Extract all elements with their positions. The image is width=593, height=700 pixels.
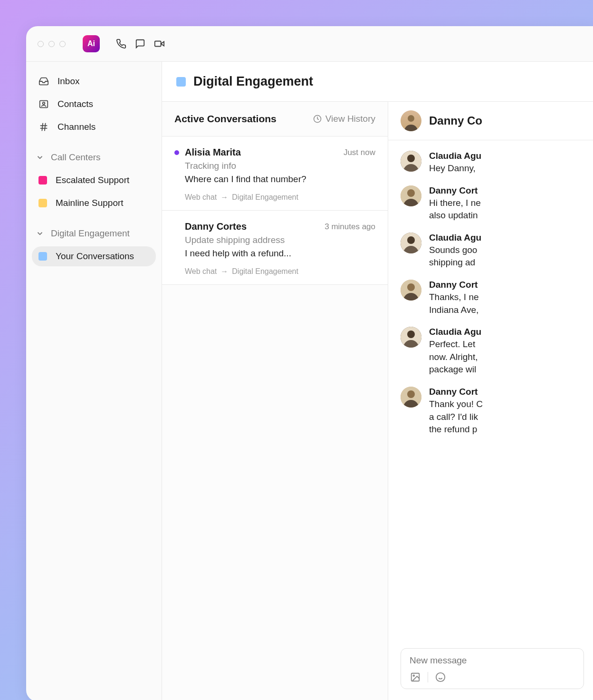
msg-text: Thank you! C [429, 398, 584, 411]
nav-label: Channels [57, 122, 96, 132]
msg-text: also updatin [429, 209, 584, 222]
svg-marker-1 [161, 41, 164, 46]
square-icon [176, 77, 186, 87]
sidebar-item-your-conversations[interactable]: Your Conversations [32, 246, 156, 266]
msg-author: Claudia Agu [429, 233, 584, 243]
titlebar: Ai [26, 26, 593, 62]
msg-text: Sounds goo [429, 244, 584, 257]
svg-point-11 [407, 155, 415, 162]
msg-author: Danny Cort [429, 185, 584, 196]
message-composer[interactable] [401, 648, 584, 689]
convo-preview: Where can I find that number? [185, 174, 375, 185]
square-icon [38, 199, 47, 207]
section-title: Call Centers [51, 152, 101, 163]
nav-channels[interactable]: Channels [32, 117, 156, 137]
section-call-centers[interactable]: Call Centers [32, 147, 156, 167]
convo-path: Web chat → Digital Engagement [185, 267, 375, 276]
chat-icon[interactable] [134, 38, 146, 50]
sidebar-item-escalated[interactable]: Escalated Support [32, 170, 156, 190]
convo-time: 3 minutes ago [325, 222, 375, 232]
message: Claudia Agu Sounds goo shipping ad [401, 233, 584, 269]
svg-point-19 [407, 331, 415, 338]
avatar [401, 110, 421, 131]
image-icon[interactable] [410, 671, 421, 683]
square-icon [38, 252, 47, 261]
page-title: Digital Engagement [193, 74, 313, 89]
message: Danny Cort Thank you! C a call? I'd lik … [401, 387, 584, 436]
convos-header: Active Conversations View History [162, 102, 388, 136]
page-header: Digital Engagement [162, 62, 593, 102]
convo-subject: Tracking info [185, 161, 375, 171]
svg-point-13 [407, 189, 415, 197]
convo-name: Alisia Marita [185, 147, 338, 158]
nav-contacts[interactable]: Contacts [32, 94, 156, 114]
msg-text: now. Alright, [429, 351, 584, 364]
sidebar-item-label: Your Conversations [56, 251, 134, 262]
content: Digital Engagement Active Conversations … [162, 62, 593, 700]
section-title: Digital Engagement [51, 228, 130, 239]
message-input[interactable] [410, 655, 575, 666]
app-logo: Ai [83, 35, 100, 52]
svg-rect-0 [155, 41, 161, 47]
thread-header: Danny Co [388, 102, 593, 140]
msg-text: package wil [429, 363, 584, 376]
sidebar-item-label: Escalated Support [56, 175, 129, 185]
app-window: Ai Inbox Contacts [26, 26, 593, 700]
msg-text: Hey Danny, [429, 162, 584, 175]
thread-panel: Danny Co Claudia Agu Hey Danny, [388, 102, 593, 700]
unread-dot [174, 150, 179, 155]
window-controls [38, 41, 66, 47]
inbox-icon [38, 76, 49, 87]
contacts-icon [38, 99, 49, 109]
separator [428, 672, 428, 682]
avatar [401, 185, 421, 206]
main: Inbox Contacts Channels Call Centers [26, 62, 593, 700]
arrow-right-icon: → [220, 193, 228, 202]
svg-point-15 [407, 236, 415, 244]
avatar [401, 387, 421, 408]
svg-point-3 [43, 102, 45, 105]
section-digital-engagement[interactable]: Digital Engagement [32, 224, 156, 243]
columns: Active Conversations View History Alisia… [162, 102, 593, 700]
nav-inbox[interactable]: Inbox [32, 71, 156, 91]
avatar [401, 233, 421, 253]
nav-label: Contacts [57, 99, 93, 109]
convo-preview: I need help with a refund... [185, 248, 375, 259]
avatar [401, 151, 421, 172]
chevron-down-icon [36, 153, 44, 162]
chevron-down-icon [36, 229, 44, 238]
emoji-icon[interactable] [435, 671, 446, 683]
minimize-dot[interactable] [48, 41, 55, 47]
svg-point-23 [413, 675, 414, 676]
convo-name: Danny Cortes [185, 221, 319, 232]
msg-text: Perfect. Let [429, 338, 584, 351]
close-dot[interactable] [38, 41, 44, 47]
convo-time: Just now [344, 148, 375, 157]
convos-title: Active Conversations [174, 113, 277, 125]
avatar [401, 280, 421, 301]
history-label: View History [325, 114, 375, 124]
conversation-item[interactable]: Alisia Marita Just now Tracking info Whe… [162, 136, 388, 211]
msg-text: Thanks, I ne [429, 291, 584, 304]
message: Claudia Agu Perfect. Let now. Alright, p… [401, 327, 584, 376]
convo-path: Web chat → Digital Engagement [185, 193, 375, 202]
msg-author: Claudia Agu [429, 327, 584, 337]
conversation-item[interactable]: Danny Cortes 3 minutes ago Update shippi… [162, 211, 388, 285]
sidebar-item-mainline[interactable]: Mainline Support [32, 193, 156, 213]
conversations-panel: Active Conversations View History Alisia… [162, 102, 388, 700]
msg-text: Indiana Ave, [429, 304, 584, 317]
maximize-dot[interactable] [59, 41, 66, 47]
msg-author: Danny Cort [429, 280, 584, 290]
video-icon[interactable] [153, 38, 165, 50]
view-history-link[interactable]: View History [313, 114, 375, 124]
svg-line-6 [42, 123, 43, 131]
msg-text: the refund p [429, 423, 584, 436]
msg-text: shipping ad [429, 256, 584, 269]
svg-point-17 [407, 283, 415, 291]
convo-subject: Update shipping address [185, 235, 375, 245]
msg-author: Claudia Agu [429, 151, 584, 161]
sidebar-item-label: Mainline Support [56, 198, 124, 208]
phone-icon[interactable] [115, 38, 127, 50]
msg-text: a call? I'd lik [429, 411, 584, 424]
svg-point-21 [407, 390, 415, 398]
